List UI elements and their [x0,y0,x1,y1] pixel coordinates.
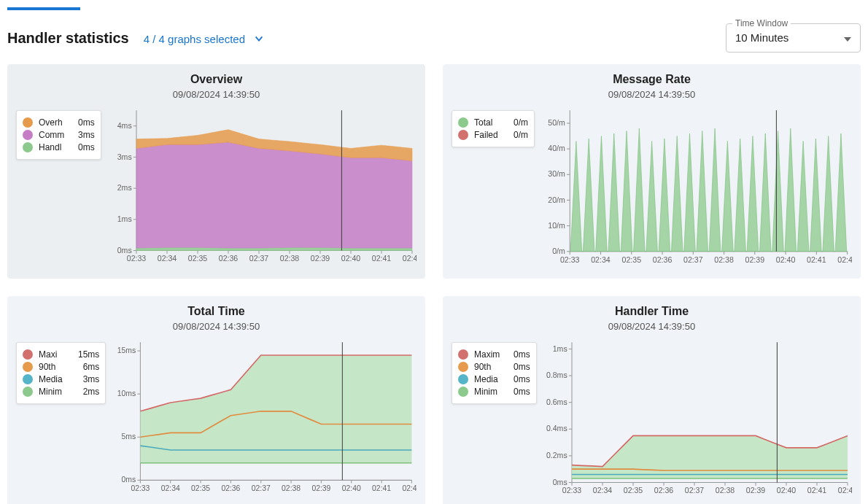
legend-label: 90th [474,362,505,372]
chart-overview[interactable]: 0ms1ms2ms3ms4ms02:3302:3402:3502:3602:37… [109,106,416,268]
legend-swatch [458,387,468,397]
svg-text:02:42: 02:42 [837,255,852,264]
legend-label: Overh [39,117,69,128]
svg-text:40/m: 40/m [548,144,565,152]
card-overview: Overview 09/08/2024 14:39:50 Overh0msCom… [7,64,425,279]
legend-label: 90th [39,362,69,372]
legend-label: Media [474,374,505,384]
legend-value: 2ms [80,387,100,397]
svg-text:02:39: 02:39 [312,484,331,492]
svg-text:02:36: 02:36 [218,254,238,263]
legend-item[interactable]: Total0/m [458,117,528,128]
legend-swatch [458,117,468,128]
charts-grid: Overview 09/08/2024 14:39:50 Overh0msCom… [7,64,861,504]
legend-value: 0ms [511,362,530,372]
legend-value: 3ms [80,374,100,384]
svg-text:02:33: 02:33 [126,254,146,263]
card-total-time: Total Time 09/08/2024 14:39:50 Maxi15ms9… [7,296,425,504]
svg-text:02:38: 02:38 [714,255,734,264]
legend-swatch [23,374,33,384]
header-left: Handler statistics 4 / 4 graphs selected [7,30,264,47]
legend-item[interactable]: Minim2ms [23,387,99,397]
svg-text:02:37: 02:37 [683,255,703,264]
legend-swatch [458,362,468,372]
svg-text:10/m: 10/m [548,221,565,230]
chart-title: Handler Time [452,305,852,318]
svg-text:4ms: 4ms [117,121,131,130]
svg-text:0ms: 0ms [122,476,136,484]
legend-item[interactable]: Media3ms [23,374,99,384]
chart-title: Total Time [16,305,416,318]
legend-value: 0ms [75,142,95,152]
svg-marker-0 [844,37,851,42]
svg-text:02:38: 02:38 [279,254,299,263]
legend-overview: Overh0msComm3msHandl0ms [16,110,101,160]
legend-item[interactable]: 90th0ms [458,362,530,372]
legend-item[interactable]: Maxi15ms [23,349,99,360]
svg-text:02:37: 02:37 [684,486,704,495]
legend-label: Failed [474,130,505,140]
svg-text:02:41: 02:41 [371,254,391,263]
svg-text:02:37: 02:37 [252,484,271,492]
legend-swatch [458,349,468,360]
legend-item[interactable]: Minim0ms [458,387,530,397]
legend-swatch [458,374,468,384]
svg-text:02:38: 02:38 [282,484,301,492]
graphs-selected-toggle[interactable]: 4 / 4 graphs selected [144,33,264,45]
svg-text:0/m: 0/m [552,247,565,255]
svg-text:0ms: 0ms [552,478,567,486]
legend-item[interactable]: Failed0/m [458,130,528,140]
legend-item[interactable]: Comm3ms [23,130,95,140]
chart-handler-time[interactable]: 0ms0.2ms0.4ms0.6ms0.8ms1ms02:3302:3402:3… [544,338,852,500]
chart-message-rate[interactable]: 0/m10/m20/m30/m40/m50/m02:3302:3402:3502… [542,106,852,268]
svg-text:02:42: 02:42 [403,484,416,492]
chart-timestamp: 09/08/2024 14:39:50 [16,89,416,100]
legend-value: 0ms [511,374,530,384]
time-window-select[interactable]: Time Window 10 Minutes [726,23,861,53]
svg-text:3ms: 3ms [117,152,131,161]
time-window-label: Time Window [732,18,791,28]
dropdown-caret-icon [844,31,851,44]
time-window-value: 10 Minutes [735,31,788,44]
legend-swatch [23,130,33,140]
legend-label: Maxi [39,349,69,360]
svg-text:02:41: 02:41 [807,486,826,495]
chart-title: Message Rate [452,73,852,86]
card-handler-time: Handler Time 09/08/2024 14:39:50 Maxim0m… [443,296,861,504]
legend-handler-time: Maxim0ms90th0msMedia0msMinim0ms [452,342,537,404]
legend-item[interactable]: Media0ms [458,374,530,384]
legend-item[interactable]: 90th6ms [23,362,99,372]
svg-text:02:39: 02:39 [745,486,765,495]
legend-swatch [23,387,33,397]
header-row: Handler statistics 4 / 4 graphs selected… [7,23,861,53]
svg-text:02:35: 02:35 [191,484,210,492]
svg-text:20/m: 20/m [548,195,565,204]
legend-swatch [458,130,468,140]
legend-label: Media [39,374,69,384]
legend-item[interactable]: Maxim0ms [458,349,530,360]
svg-text:30/m: 30/m [548,169,565,178]
legend-swatch [23,142,33,152]
legend-swatch [23,362,33,372]
svg-text:0.4ms: 0.4ms [546,424,567,433]
legend-value: 0ms [511,349,530,360]
legend-label: Comm [39,130,69,140]
legend-swatch [23,349,33,360]
svg-text:02:33: 02:33 [131,484,150,492]
legend-total-time: Maxi15ms90th6msMedia3msMinim2ms [16,342,106,404]
svg-text:02:33: 02:33 [560,255,580,264]
svg-text:02:34: 02:34 [161,484,180,492]
chart-total-time[interactable]: 0ms5ms10ms15ms02:3302:3402:3502:3602:370… [113,338,416,497]
legend-item[interactable]: Overh0ms [23,117,95,128]
svg-text:02:35: 02:35 [623,486,643,495]
svg-text:02:34: 02:34 [591,255,611,264]
chevron-down-icon [254,34,264,44]
svg-text:02:41: 02:41 [372,484,391,492]
svg-text:10ms: 10ms [117,389,136,398]
svg-text:15ms: 15ms [117,346,136,354]
svg-text:02:40: 02:40 [341,254,360,263]
legend-value: 0/m [511,117,528,128]
legend-item[interactable]: Handl0ms [23,142,95,152]
svg-text:1ms: 1ms [552,344,567,353]
legend-value: 0ms [75,117,95,128]
